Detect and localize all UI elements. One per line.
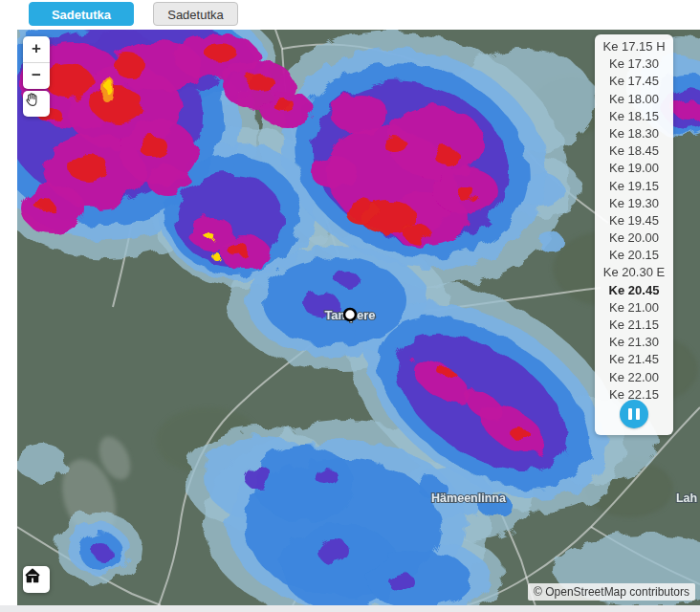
timeline-item: Ke 17.30 (595, 55, 673, 73)
timeline-item: Ke 18.15 (595, 108, 673, 125)
home-button[interactable] (23, 566, 50, 593)
timeline-item: Ke 21.45 (595, 351, 673, 368)
timeline-item: Ke 19.15 (595, 178, 673, 195)
timeline-item: Ke 20.00 (595, 230, 673, 247)
tab-sadetutka-1h[interactable]: Sadetutka 1h (153, 2, 238, 26)
timeline-item: Ke 19.00 (595, 160, 673, 177)
zoom-in-button[interactable]: + (23, 36, 50, 62)
timeline-item: Ke 20.30 E (595, 264, 673, 281)
zoom-control: + − (23, 36, 50, 89)
location-marker[interactable] (344, 309, 356, 320)
timeline-item: Ke 21.15 (595, 317, 673, 334)
osm-attribution[interactable]: © OpenStreetMap contributors (528, 583, 695, 601)
timeline-item: Ke 18.45 (595, 142, 673, 160)
timeline-panel: Ke 17.15 H Ke 17.30 Ke 17.45 Ke 18.00 Ke… (595, 34, 673, 435)
timeline-item: Ke 21.00 (595, 299, 673, 317)
city-label-hameenlinna: Hämeenlinna (431, 492, 507, 505)
map-canvas[interactable]: Tampere Hämeenlinna Lah + − Ke (17, 30, 700, 605)
timeline-item: Ke 20.45 (595, 282, 673, 299)
minus-icon: − (32, 66, 41, 84)
timeline-item: Ke 17.45 (595, 73, 673, 90)
timeline-item: Ke 17.15 H (595, 38, 673, 55)
timeline-item: Ke 20.15 (595, 247, 673, 264)
city-label-lahti: Lah (676, 492, 697, 505)
timeline-item: Ke 21.30 (595, 334, 673, 351)
plus-icon: + (32, 39, 41, 57)
page-bottom-strip (0, 605, 700, 612)
timeline-item: Ke 22.00 (595, 369, 673, 386)
tab-bar: Sadetutka 15min Sadetutka 1h (0, 0, 700, 30)
timeline-item: Ke 18.30 (595, 125, 673, 142)
timeline-item: Ke 18.00 (595, 91, 673, 108)
zoom-out-button[interactable]: − (23, 62, 50, 89)
timeline-item: Ke 19.45 (595, 212, 673, 230)
pause-button[interactable] (620, 400, 648, 428)
timeline-item: Ke 19.30 (595, 195, 673, 212)
pan-tool-button[interactable] (23, 91, 50, 117)
tab-sadetutka-15min[interactable]: Sadetutka 15min (29, 2, 134, 26)
pause-icon (628, 408, 640, 420)
